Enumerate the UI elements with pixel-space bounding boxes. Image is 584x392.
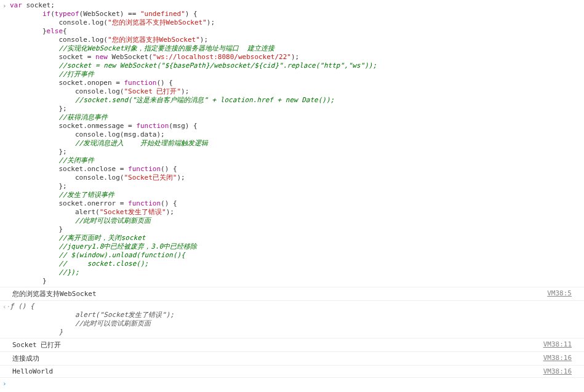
- function-output: ƒ () { alert("Socket发生了错误"); //此时可以尝试刷新页…: [10, 302, 582, 337]
- log-text: 您的浏览器支持WebSocket: [12, 289, 542, 298]
- input-arrow-icon: ›: [2, 1, 10, 10]
- source-link[interactable]: VM38:16: [538, 367, 572, 375]
- log-entry: 连接成功 VM38:16: [0, 352, 584, 366]
- log-text: Socket 已打开: [12, 340, 538, 350]
- source-link[interactable]: VM38:5: [542, 289, 572, 298]
- console-input-block: › var socket; if(typeof(WebSocket) == "u…: [0, 0, 584, 287]
- console-output-block: ‹· ƒ () { alert("Socket发生了错误"); //此时可以尝试…: [0, 301, 584, 338]
- log-entry: 您的浏览器支持WebSocket VM38:5: [0, 287, 584, 301]
- source-link[interactable]: VM38:11: [538, 340, 572, 350]
- log-text: 连接成功: [12, 354, 538, 363]
- code-content[interactable]: var socket; if(typeof(WebSocket) == "und…: [10, 1, 582, 286]
- source-link[interactable]: VM38:16: [538, 354, 572, 363]
- console-prompt[interactable]: ›: [0, 378, 584, 390]
- output-arrow-icon: ‹·: [2, 302, 10, 311]
- log-entry: Socket 已打开 VM38:11: [0, 338, 584, 352]
- prompt-arrow-icon: ›: [2, 380, 10, 388]
- log-entry: HelloWorld VM38:16: [0, 366, 584, 378]
- log-text: HelloWorld: [12, 367, 538, 375]
